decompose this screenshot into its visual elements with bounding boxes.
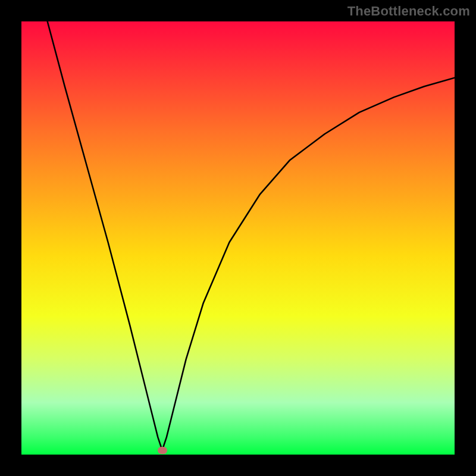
chart-frame: TheBottleneck.com [0, 0, 476, 476]
watermark-text: TheBottleneck.com [347, 4, 470, 19]
optimal-point-marker [158, 447, 167, 454]
plot-area [21, 21, 455, 455]
bottleneck-curve [21, 21, 455, 455]
